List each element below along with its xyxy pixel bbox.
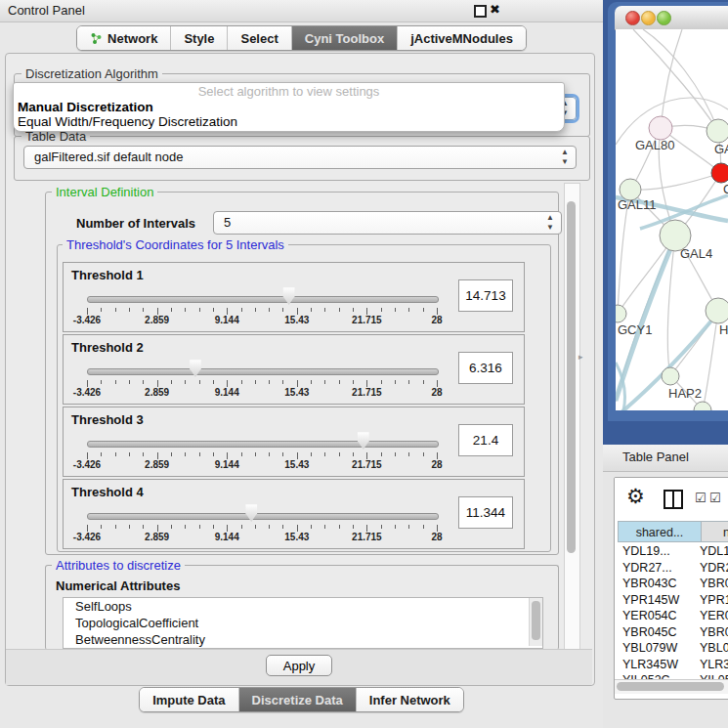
cell-name: YBR045C bbox=[700, 624, 728, 641]
stepper-icon[interactable]: ▲▼ bbox=[561, 148, 569, 167]
slider-track[interactable] bbox=[87, 296, 439, 303]
tick-mark bbox=[255, 452, 256, 456]
tick-mark bbox=[324, 452, 325, 456]
tab-label: Select bbox=[240, 31, 278, 46]
group-title-discretization-algorithm: Discretization Algorithm bbox=[21, 66, 162, 81]
algorithm-option-manual-discretization[interactable]: Manual Discretization bbox=[14, 100, 564, 114]
tick-mark bbox=[366, 452, 367, 459]
zoom-traffic-light-icon[interactable] bbox=[657, 11, 671, 25]
stepper-icon[interactable]: ▲▼ bbox=[546, 213, 554, 233]
tick-mark bbox=[395, 308, 396, 312]
scrollbar-thumb[interactable] bbox=[567, 201, 576, 553]
apply-button[interactable]: Apply bbox=[266, 655, 332, 676]
tick-mark bbox=[185, 525, 186, 529]
tab-discretize-data[interactable]: Discretize Data bbox=[238, 688, 356, 711]
network-node-ga[interactable] bbox=[707, 119, 728, 143]
num-intervals-value: 5 bbox=[224, 215, 231, 230]
tab-label: jActiveMNodules bbox=[410, 31, 513, 46]
tab-select[interactable]: Select bbox=[227, 26, 290, 50]
tick-mark bbox=[437, 380, 438, 387]
attribute-item-betweennesscentrality[interactable]: BetweennessCentrality bbox=[64, 631, 542, 648]
table-row[interactable]: YBL079WYBL079W bbox=[615, 640, 728, 657]
tick-mark bbox=[381, 452, 382, 456]
tab-style[interactable]: Style bbox=[170, 26, 227, 50]
scrollbar-thumb[interactable] bbox=[617, 682, 724, 691]
tick-mark bbox=[381, 308, 382, 312]
tick-mark bbox=[199, 380, 200, 384]
list-scrollbar[interactable] bbox=[529, 598, 542, 646]
horizontal-scrollbar[interactable] bbox=[615, 679, 728, 694]
column-header-na[interactable]: na bbox=[702, 521, 728, 542]
tick-mark bbox=[282, 380, 283, 384]
tick-mark bbox=[143, 452, 144, 456]
threshold-value-field[interactable]: 11.344 bbox=[458, 496, 513, 529]
table-row[interactable]: YDL19...YDL19... bbox=[615, 543, 728, 560]
tick-mark bbox=[129, 525, 130, 529]
slider-track[interactable] bbox=[87, 441, 439, 448]
table-row[interactable]: YPR145WYPR145W bbox=[615, 592, 728, 609]
vertical-scrollbar[interactable] bbox=[564, 183, 580, 681]
tick-label: 2.859 bbox=[145, 459, 169, 470]
checkbox-icon[interactable]: ☑ bbox=[709, 491, 721, 505]
network-edge[interactable] bbox=[630, 173, 721, 190]
close-traffic-light-icon[interactable] bbox=[625, 11, 640, 25]
tick-label: 9.144 bbox=[215, 532, 239, 542]
numerical-attributes-label: Numerical Attributes bbox=[56, 578, 180, 593]
gear-icon[interactable]: ⚙ bbox=[626, 485, 645, 508]
algorithm-option-equal-width-frequency-discretization[interactable]: Equal Width/Frequency Discretization bbox=[14, 114, 564, 129]
tick-mark bbox=[87, 308, 88, 315]
threshold-value-field[interactable]: 14.713 bbox=[458, 279, 513, 312]
tab-cyni-toolbox[interactable]: Cyni Toolbox bbox=[291, 26, 397, 50]
cell-shared-name: YDL19... bbox=[615, 543, 700, 560]
minimize-traffic-light-icon[interactable] bbox=[641, 11, 656, 25]
tick-label: 15.43 bbox=[284, 459, 309, 470]
tick-mark bbox=[115, 452, 116, 456]
tick-mark bbox=[366, 308, 367, 315]
tick-label: 15.43 bbox=[284, 387, 309, 398]
tab-network[interactable]: Network bbox=[77, 26, 170, 50]
float-window-icon[interactable] bbox=[474, 5, 487, 18]
network-window-titlebar[interactable] bbox=[615, 6, 728, 30]
tab-infer-network[interactable]: Infer Network bbox=[356, 688, 463, 711]
numerical-attributes-list[interactable]: SelfLoopsTopologicalCoefficientBetweenne… bbox=[63, 597, 543, 649]
tick-mark bbox=[199, 452, 200, 456]
table-row[interactable]: YER054CYER054C bbox=[615, 608, 728, 624]
table-row[interactable]: YBR043CYBR043C bbox=[615, 576, 728, 592]
checkbox-icon[interactable]: ☑ bbox=[695, 491, 707, 505]
attribute-item-topologicalcoefficient[interactable]: TopologicalCoefficient bbox=[64, 615, 542, 631]
network-node-gcy1[interactable] bbox=[616, 305, 626, 322]
table-row[interactable]: YBR045CYBR045C bbox=[615, 624, 728, 641]
tick-mark bbox=[157, 380, 158, 387]
tick-mark bbox=[311, 452, 312, 456]
network-node-hap2[interactable] bbox=[662, 367, 679, 385]
network-canvas[interactable]: GAL80GACGAL11GAL4GCY1HHAP2 bbox=[616, 29, 728, 410]
tab-impute-data[interactable]: Impute Data bbox=[140, 688, 237, 711]
tick-label: 28 bbox=[431, 315, 442, 325]
control-panel-titlebar: Control Panel ✖ bbox=[0, 0, 603, 22]
table-row[interactable]: YLR345WYLR345W bbox=[615, 657, 728, 673]
threshold-value-field[interactable]: 21.4 bbox=[458, 424, 513, 456]
slider-track[interactable] bbox=[87, 513, 439, 520]
cell-name: YPR145W bbox=[700, 592, 728, 609]
column-header-shared-[interactable]: shared... bbox=[618, 521, 702, 542]
divider-grip-icon[interactable]: ▸ bbox=[578, 352, 583, 362]
close-icon[interactable]: ✖ bbox=[490, 2, 500, 17]
network-edge[interactable] bbox=[633, 29, 718, 131]
tab-label: Impute Data bbox=[152, 693, 225, 707]
tick-mark bbox=[87, 525, 88, 532]
column-layout-icon[interactable] bbox=[664, 490, 683, 509]
network-node-gal80[interactable] bbox=[649, 116, 672, 140]
attribute-item-selfloops[interactable]: SelfLoops bbox=[64, 598, 542, 615]
tick-mark bbox=[255, 525, 256, 529]
tab-jactivemnodules[interactable]: jActiveMNodules bbox=[397, 26, 526, 50]
table-row[interactable]: YDR27...YDR27... bbox=[615, 560, 728, 577]
table-data-combo[interactable]: galFiltered.sif default node ▲▼ bbox=[23, 146, 577, 169]
num-intervals-combo[interactable]: 5 ▲▼ bbox=[213, 211, 562, 235]
slider-track[interactable] bbox=[87, 368, 439, 375]
tick-mark bbox=[213, 452, 214, 456]
network-node-c[interactable] bbox=[711, 163, 728, 183]
network-graph[interactable]: GAL80GACGAL11GAL4GCY1HHAP2 bbox=[616, 29, 728, 410]
network-node-h[interactable] bbox=[706, 298, 728, 323]
scrollbar-thumb[interactable] bbox=[532, 601, 540, 640]
threshold-value-field[interactable]: 6.316 bbox=[458, 352, 513, 384]
